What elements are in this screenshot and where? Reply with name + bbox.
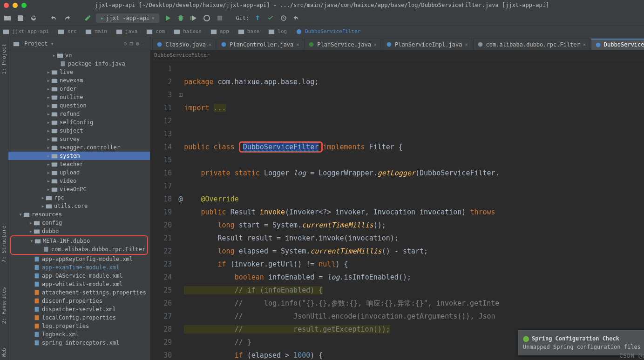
crumb-app[interactable]: app bbox=[210, 28, 229, 35]
crumb-src[interactable]: src bbox=[58, 28, 76, 35]
hide-panel-icon[interactable]: — bbox=[142, 40, 145, 47]
undo-icon[interactable] bbox=[49, 13, 59, 23]
tree-folder[interactable]: ▸vo bbox=[8, 51, 150, 60]
close-tab-icon[interactable]: ✕ bbox=[209, 42, 211, 47]
minimize-window[interactable] bbox=[13, 3, 18, 8]
close-window[interactable] bbox=[4, 3, 9, 8]
collapse-icon[interactable]: ⊟ bbox=[130, 40, 133, 47]
file-tab[interactable]: PlanServiceImpl.java✕ bbox=[382, 39, 472, 50]
tree-folder-rpc[interactable]: ▸rpc bbox=[8, 193, 150, 202]
tree-file-xml[interactable]: app-appKeyConfig-module.xml bbox=[8, 255, 150, 263]
redo-icon[interactable] bbox=[62, 13, 72, 23]
main-area: 1: Project 7: Structure 2: Favorites Web… bbox=[0, 37, 644, 360]
tree-folder[interactable]: ▸selfConfig bbox=[8, 118, 150, 127]
tab-structure[interactable]: 7: Structure bbox=[0, 223, 8, 265]
crumb-root[interactable]: jjxt-app-api bbox=[3, 28, 49, 35]
tree-file-props[interactable]: attachement-settings.properties bbox=[8, 288, 150, 297]
gear-icon[interactable]: ⚙ bbox=[136, 40, 139, 47]
tree-file-xml[interactable]: dispatcher-servlet.xml bbox=[8, 305, 150, 313]
svg-rect-36 bbox=[34, 230, 40, 234]
maximize-window[interactable] bbox=[21, 3, 27, 8]
spring-config-notification[interactable]: ⬤Spring Configuration Check Unmapped Spr… bbox=[518, 330, 644, 355]
tree-folder-config[interactable]: ▸config bbox=[8, 219, 150, 227]
profile-icon[interactable] bbox=[202, 13, 211, 23]
tree-file-xml[interactable]: app-QAService-module.xml bbox=[8, 272, 150, 280]
vcs-update-icon[interactable] bbox=[253, 13, 262, 23]
file-tab[interactable]: PlanService.java✕ bbox=[304, 39, 381, 50]
code-editor[interactable]: 1231112131415161718192021222324252627282… bbox=[150, 60, 644, 360]
tree-folder[interactable]: ▸order bbox=[8, 85, 150, 93]
tree-file-xml[interactable]: logback.xml bbox=[8, 330, 150, 339]
tree-file-props[interactable]: disconf.properties bbox=[8, 297, 150, 305]
project-tree[interactable]: ▸vo package-info.java ▸live▸newexam▸orde… bbox=[8, 50, 150, 360]
window-controls[interactable] bbox=[4, 3, 27, 8]
crumb-java[interactable]: java bbox=[116, 28, 138, 35]
crumb-class[interactable]: DubboServiceFilter bbox=[296, 28, 360, 35]
tree-folder[interactable]: ▸subject bbox=[8, 127, 150, 135]
tree-folder[interactable]: ▸video bbox=[8, 177, 150, 185]
file-tab[interactable]: DubboServiceFilter.java✕ bbox=[591, 39, 644, 50]
crumb-com[interactable]: com bbox=[146, 28, 165, 35]
close-tab-icon[interactable]: ✕ bbox=[583, 42, 586, 47]
left-tool-gutter: 1: Project 7: Structure 2: Favorites Web bbox=[0, 37, 8, 360]
fold-gutter[interactable]: ⊞ @ bbox=[178, 60, 184, 360]
tree-folder[interactable]: ▸question bbox=[8, 101, 150, 110]
run-config-select[interactable]: ▸ jjxt -app-api ▾ bbox=[96, 13, 159, 23]
coverage-icon[interactable] bbox=[189, 13, 198, 23]
svg-rect-5 bbox=[58, 29, 64, 34]
open-file-icon[interactable] bbox=[3, 13, 12, 23]
crumb-log[interactable]: log bbox=[268, 28, 287, 35]
close-tab-icon[interactable]: ✕ bbox=[465, 42, 468, 47]
file-tab[interactable]: PlanController.java✕ bbox=[217, 39, 303, 50]
svg-rect-42 bbox=[35, 282, 39, 287]
svg-rect-7 bbox=[116, 29, 122, 34]
svg-rect-38 bbox=[44, 247, 48, 252]
tree-folder[interactable]: ▸live bbox=[8, 68, 150, 76]
tree-folder-metainf[interactable]: ▾META-INF.dubbo bbox=[11, 237, 147, 245]
close-tab-icon[interactable]: ✕ bbox=[296, 42, 299, 47]
tree-file-props[interactable]: localConfig.properties bbox=[8, 313, 150, 322]
crumb-main[interactable]: main bbox=[85, 28, 107, 35]
save-all-icon[interactable] bbox=[16, 13, 25, 23]
svg-point-52 bbox=[309, 42, 314, 47]
file-tab[interactable]: com.alibaba.dubbo.rpc.Filter✕ bbox=[473, 39, 590, 50]
tree-folder[interactable]: ▸teacher bbox=[8, 160, 150, 168]
locate-icon[interactable]: ⊕ bbox=[123, 40, 127, 47]
tab-favorites[interactable]: 2: Favorites bbox=[0, 284, 8, 327]
close-tab-icon[interactable]: ✕ bbox=[374, 42, 377, 47]
tree-folder-utils[interactable]: ▸utils.core bbox=[8, 202, 150, 210]
tree-folder[interactable]: ▸viewOnPC bbox=[8, 185, 150, 193]
tree-folder[interactable]: ▸refund bbox=[8, 110, 150, 118]
tab-project[interactable]: 1: Project bbox=[0, 41, 8, 77]
tree-folder[interactable]: ▸upload bbox=[8, 168, 150, 177]
crumb-haixue[interactable]: haixue bbox=[174, 28, 202, 35]
run-icon[interactable] bbox=[163, 13, 172, 23]
tree-folder-dubbo[interactable]: ▸dubbo bbox=[8, 227, 150, 235]
tree-file-xml[interactable]: spring-interceptors.xml bbox=[8, 339, 150, 347]
file-tab[interactable]: ClassVo.java✕ bbox=[152, 39, 216, 50]
svg-rect-12 bbox=[269, 29, 274, 34]
code-content[interactable]: package com.haixue.app.base.log; import … bbox=[184, 60, 499, 360]
tree-folder[interactable]: ▸system bbox=[8, 152, 150, 160]
vcs-history-icon[interactable] bbox=[279, 13, 288, 23]
tree-file-xml[interactable]: app-whiteList-module.xml bbox=[8, 280, 150, 288]
tree-file-pkginfo[interactable]: package-info.java bbox=[8, 60, 150, 68]
vcs-revert-icon[interactable] bbox=[292, 13, 301, 23]
tree-file-xml[interactable]: app-examTime-module.xml bbox=[8, 263, 150, 272]
hammer-icon[interactable] bbox=[83, 13, 92, 23]
editor-breadcrumb: DubboServiceFilter bbox=[150, 50, 644, 60]
stop-icon[interactable] bbox=[215, 13, 224, 23]
tree-file-props[interactable]: log.properties bbox=[8, 322, 150, 330]
tree-folder[interactable]: ▸swagger.controller bbox=[8, 143, 150, 152]
tree-folder-resources[interactable]: ▾resources bbox=[8, 210, 150, 219]
debug-icon[interactable] bbox=[176, 13, 185, 23]
tree-folder[interactable]: ▸newexam bbox=[8, 76, 150, 85]
tree-folder[interactable]: ▸survey bbox=[8, 135, 150, 143]
crumb-base[interactable]: base bbox=[238, 28, 260, 35]
vcs-commit-icon[interactable] bbox=[266, 13, 275, 23]
tree-file-filter[interactable]: com.alibaba.dubbo.rpc.Filter bbox=[11, 245, 147, 253]
refresh-icon[interactable] bbox=[29, 13, 38, 23]
svg-rect-43 bbox=[35, 290, 39, 295]
tab-web[interactable]: Web bbox=[0, 345, 8, 360]
tree-folder[interactable]: ▸outline bbox=[8, 93, 150, 101]
